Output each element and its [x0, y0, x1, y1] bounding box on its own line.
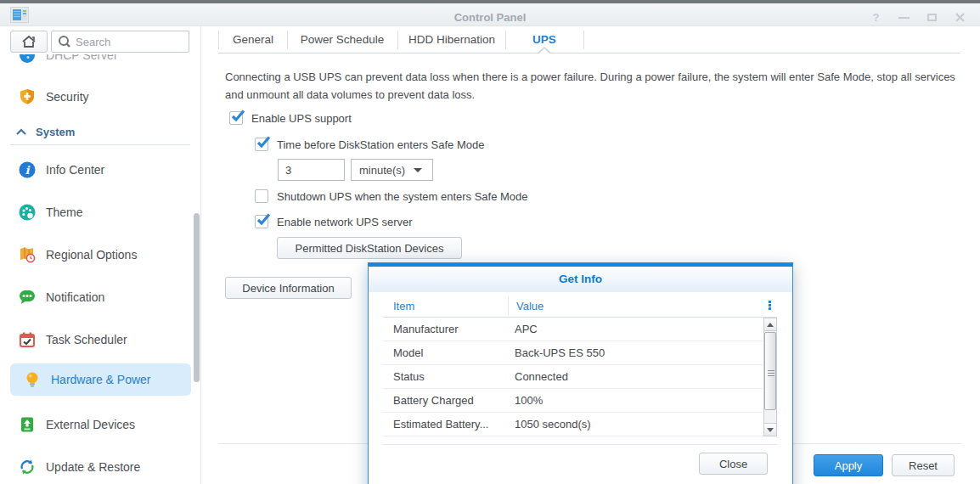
dialog-title: Get Info [369, 267, 792, 292]
tab-bar: General Power Schedule HDD Hibernation U… [201, 26, 980, 53]
window-title: Control Panel [0, 11, 980, 24]
table-header-row: Item Value [383, 295, 777, 318]
chevron-down-icon [414, 168, 422, 172]
table-row[interactable]: Status Connected [383, 365, 763, 389]
minimize-icon[interactable] [898, 11, 910, 24]
home-button[interactable] [10, 31, 48, 53]
sidebar-item-regional-options[interactable]: Regional Options [0, 239, 200, 271]
sidebar-item-info-center[interactable]: i Info Center [0, 154, 200, 186]
checkbox-box[interactable] [255, 138, 268, 151]
maximize-icon[interactable] [926, 11, 938, 24]
sidebar-item-notification[interactable]: Notification [0, 281, 200, 313]
hardware-power-bulb-icon [24, 371, 41, 388]
tab-power-schedule[interactable]: Power Schedule [288, 29, 397, 51]
task-scheduler-calendar-icon [19, 331, 36, 348]
close-icon[interactable] [954, 11, 966, 24]
notification-bubble-icon [19, 289, 36, 306]
external-devices-drive-icon [19, 416, 36, 433]
table-row[interactable]: Battery Charged 100% [383, 389, 763, 413]
regional-options-map-icon [19, 246, 36, 263]
security-shield-icon [19, 88, 36, 105]
sidebar-toolbar [0, 26, 200, 54]
search-icon [57, 34, 72, 49]
sidebar-item-task-scheduler[interactable]: Task Scheduler [0, 324, 200, 356]
control-panel-window: Control Panel ? DHCP Server [0, 0, 980, 484]
table-body: Manufacturer APC Model Back-UPS ES 550 S… [383, 318, 763, 436]
checkbox-enable-ups[interactable]: Enable UPS support [229, 111, 352, 125]
window-titlebar: Control Panel ? [0, 3, 980, 26]
device-information-button[interactable]: Device Information [225, 277, 352, 299]
table-scrollbar[interactable] [763, 318, 777, 436]
sidebar-section-divider [10, 144, 190, 145]
checkbox-shutdown-ups[interactable]: Shutdown UPS when the system enters Safe… [255, 189, 528, 203]
theme-palette-icon [19, 204, 36, 221]
checkbox-box[interactable] [255, 215, 268, 228]
table-row[interactable]: Estimated Battery... 1050 second(s) [383, 413, 763, 436]
scroll-up-button[interactable] [764, 318, 776, 331]
search-box[interactable] [51, 31, 189, 53]
checkbox-time-before-safe-mode[interactable]: Time before DiskStation enters Safe Mode [255, 138, 484, 151]
safe-mode-minutes-input[interactable] [278, 159, 345, 181]
sidebar: DHCP Server [0, 26, 201, 484]
dialog-footer-divider [383, 444, 777, 445]
scrollbar-thumb[interactable] [764, 332, 776, 410]
time-unit-value: minute(s) [359, 164, 405, 177]
time-unit-dropdown[interactable]: minute(s) [351, 159, 433, 181]
update-restore-arrows-icon [19, 459, 36, 476]
help-icon[interactable]: ? [870, 11, 882, 24]
ups-description: Connecting a USB UPS can prevent data lo… [225, 68, 969, 104]
checkbox-box[interactable] [255, 189, 268, 203]
permitted-diskstation-devices-button[interactable]: Permitted DiskStation Devices [277, 237, 462, 259]
ups-info-table: Item Value Manufacturer APC Model Back-U… [383, 295, 777, 436]
sidebar-item-theme[interactable]: Theme [0, 196, 200, 228]
sidebar-item-security[interactable]: Security [0, 81, 200, 113]
search-input[interactable] [76, 36, 176, 48]
reset-button[interactable]: Reset [892, 454, 955, 476]
tab-hdd-hibernation[interactable]: HDD Hibernation [398, 29, 505, 51]
sidebar-scrollbar-thumb[interactable] [194, 213, 200, 382]
table-row[interactable]: Manufacturer APC [383, 318, 763, 341]
sidebar-section-system[interactable]: System [0, 123, 200, 140]
column-menu-icon[interactable] [764, 300, 774, 313]
apply-button[interactable]: Apply [814, 454, 883, 476]
scroll-down-button[interactable] [764, 423, 776, 436]
chevron-up-icon [15, 126, 27, 138]
column-header-value[interactable]: Value [516, 295, 544, 318]
get-info-dialog: Get Info Item Value Manufacturer APC Mod… [368, 262, 793, 484]
sidebar-item-hardware-power[interactable]: Hardware & Power [10, 363, 191, 396]
column-separator [508, 296, 509, 316]
sidebar-item-update-restore[interactable]: Update & Restore [0, 451, 200, 483]
info-center-icon: i [19, 161, 36, 178]
tab-general[interactable]: General [219, 29, 287, 51]
close-button[interactable]: Close [699, 453, 768, 475]
tab-underline [218, 53, 960, 53]
checkbox-network-ups-server[interactable]: Enable network UPS server [255, 215, 413, 228]
home-icon [20, 34, 37, 49]
column-header-item[interactable]: Item [393, 295, 414, 318]
table-row[interactable]: Model Back-UPS ES 550 [383, 341, 763, 365]
sidebar-item-external-devices[interactable]: External Devices [0, 408, 200, 441]
checkbox-box[interactable] [229, 111, 243, 125]
